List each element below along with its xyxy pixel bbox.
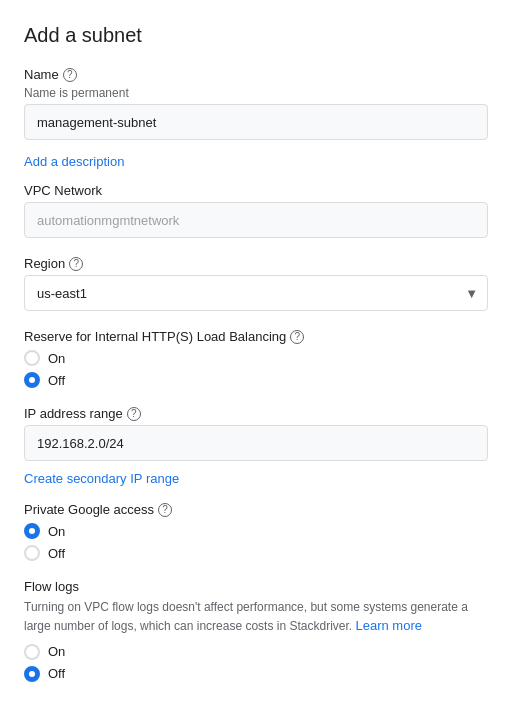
flow-logs-description: Turning on VPC flow logs doesn't affect … — [24, 598, 488, 636]
reserve-lb-help-icon[interactable]: ? — [290, 330, 304, 344]
reserve-lb-on[interactable]: On — [24, 350, 488, 366]
name-field-group: Name ? Name is permanent — [24, 67, 488, 140]
reserve-lb-off[interactable]: Off — [24, 372, 488, 388]
reserve-lb-radio-group: On Off — [24, 350, 488, 388]
vpc-network-input[interactable] — [24, 202, 488, 238]
flow-logs-field-group: Flow logs Turning on VPC flow logs doesn… — [24, 579, 488, 682]
region-help-icon[interactable]: ? — [69, 257, 83, 271]
vpc-network-field-group: VPC Network — [24, 183, 488, 238]
ip-range-label: IP address range ? — [24, 406, 488, 421]
region-select-wrapper: us-east1 us-central1 us-west1 europe-wes… — [24, 275, 488, 311]
name-help-icon[interactable]: ? — [63, 68, 77, 82]
add-description-link[interactable]: Add a description — [24, 154, 124, 169]
reserve-lb-label: Reserve for Internal HTTP(S) Load Balanc… — [24, 329, 488, 344]
region-label: Region ? — [24, 256, 488, 271]
create-secondary-group: Create secondary IP range — [24, 471, 488, 486]
flow-logs-learn-more-link[interactable]: Learn more — [356, 618, 422, 633]
private-google-off-label: Off — [48, 546, 65, 561]
flow-logs-off-label: Off — [48, 666, 65, 681]
private-google-field-group: Private Google access ? On Off — [24, 502, 488, 561]
private-google-on[interactable]: On — [24, 523, 488, 539]
name-sublabel: Name is permanent — [24, 86, 488, 100]
flow-logs-label: Flow logs — [24, 579, 488, 594]
private-google-off[interactable]: Off — [24, 545, 488, 561]
region-select[interactable]: us-east1 us-central1 us-west1 europe-wes… — [24, 275, 488, 311]
reserve-lb-off-circle — [24, 372, 40, 388]
ip-range-field-group: IP address range ? — [24, 406, 488, 461]
private-google-radio-group: On Off — [24, 523, 488, 561]
flow-logs-on[interactable]: On — [24, 644, 488, 660]
create-secondary-link[interactable]: Create secondary IP range — [24, 471, 179, 486]
name-label: Name ? — [24, 67, 488, 82]
private-google-on-label: On — [48, 524, 65, 539]
reserve-lb-field-group: Reserve for Internal HTTP(S) Load Balanc… — [24, 329, 488, 388]
reserve-lb-on-circle — [24, 350, 40, 366]
private-google-label: Private Google access ? — [24, 502, 488, 517]
name-input[interactable] — [24, 104, 488, 140]
reserve-lb-on-label: On — [48, 351, 65, 366]
private-google-help-icon[interactable]: ? — [158, 503, 172, 517]
flow-logs-off[interactable]: Off — [24, 666, 488, 682]
add-description-group: Add a description — [24, 148, 488, 169]
ip-range-input[interactable] — [24, 425, 488, 461]
flow-logs-radio-group: On Off — [24, 644, 488, 682]
region-field-group: Region ? us-east1 us-central1 us-west1 e… — [24, 256, 488, 311]
flow-logs-on-label: On — [48, 644, 65, 659]
page-title: Add a subnet — [24, 24, 488, 47]
vpc-network-label: VPC Network — [24, 183, 488, 198]
flow-logs-off-circle — [24, 666, 40, 682]
private-google-on-circle — [24, 523, 40, 539]
flow-logs-on-circle — [24, 644, 40, 660]
ip-range-help-icon[interactable]: ? — [127, 407, 141, 421]
reserve-lb-off-label: Off — [48, 373, 65, 388]
private-google-off-circle — [24, 545, 40, 561]
